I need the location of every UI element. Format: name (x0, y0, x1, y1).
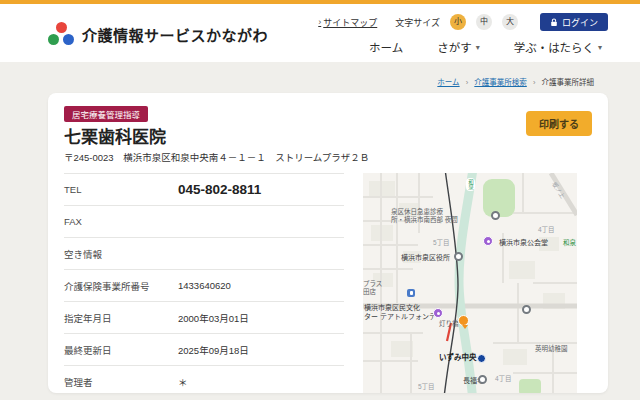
breadcrumb-current: 介護事業所詳細 (542, 78, 595, 87)
river-name-label: 和泉 (466, 178, 475, 191)
nav-learn[interactable]: 学ぶ・はたらく▾ (514, 39, 602, 55)
chevron-down-icon: ▾ (476, 43, 480, 52)
font-size-large-button[interactable]: 大 (502, 14, 518, 30)
print-button[interactable]: 印刷する (526, 111, 592, 136)
orange-pin-icon[interactable] (458, 315, 469, 326)
landmark-poi-icon[interactable] (522, 305, 531, 314)
map-label-izumi-green: 和泉 (563, 239, 576, 247)
map-label-public-hall: 横浜市泉公会堂 (499, 239, 548, 248)
font-size-small-button[interactable]: 小 (450, 14, 466, 30)
train-station-icon[interactable] (407, 289, 415, 297)
map-label-clinic: 泉区休日急患診療所・横浜市南西部 夜間 (391, 208, 458, 224)
nav-home[interactable]: ホーム (369, 39, 403, 55)
map-label-kindergarten: 英明幼稚園 (535, 345, 568, 353)
site-logo[interactable]: 介護情報サービスかながわ (48, 6, 268, 62)
breadcrumb-search[interactable]: 介護事業所検索 (474, 78, 527, 87)
map-label-culture-center: 横浜市泉区民文化ター テアトルフォンテ (364, 304, 436, 322)
logo-icon (48, 21, 74, 47)
ward-office-poi-icon[interactable] (454, 252, 463, 261)
breadcrumb-home[interactable]: ホーム (437, 78, 459, 87)
site-title: 介護情報サービスかながわ (82, 24, 268, 45)
facility-name: 七栗歯科医院 (64, 123, 166, 148)
culture-center-poi-icon[interactable] (433, 308, 443, 318)
main-content: ホーム › 介護事業所検索 › 介護事業所詳細 居宅療養管理指導 印刷する 七栗… (0, 76, 640, 393)
map-label-district4-top: 4丁目 (538, 226, 555, 234)
map-label-store: プラス田店 (363, 280, 382, 296)
map-label-bridge: 灯り橋 (439, 320, 459, 328)
table-row-fax: FAX (64, 205, 344, 237)
facility-address: 〒245-0023 横浜市泉区和泉中央南４－１－１ ストリームプラザ２Ｂ (64, 150, 369, 164)
table-row-availability: 空き情報 (64, 237, 344, 269)
breadcrumb-separator: › (466, 78, 469, 87)
map-label-ward-office: 横浜市泉区役所 (401, 254, 450, 263)
table-row-designated-date: 指定年月日 2000年03月01日 (64, 301, 344, 333)
sitemap-label: サイトマップ (323, 16, 377, 29)
map-label-station: いずみ中央 (439, 353, 477, 362)
main-nav: ホーム さがす▾ 学ぶ・はたらく▾ (369, 39, 602, 55)
facility-detail-card: 居宅療養管理指導 印刷する 七栗歯科医院 〒245-0023 横浜市泉区和泉中央… (48, 93, 608, 393)
table-row-office-number: 介護保険事業所番号 1433640620 (64, 269, 344, 301)
table-row-tel: TEL 045-802-8811 (64, 173, 344, 205)
site-header: 介護情報サービスかながわ ›サイトマップ 文字サイズ 小 中 大 ログイン ホー… (0, 4, 640, 62)
map-label-district4-bottom: 4丁目 (495, 375, 512, 383)
nav-search[interactable]: さがす▾ (437, 39, 480, 55)
hospital-poi-icon[interactable] (491, 211, 500, 220)
breadcrumb: ホーム › 介護事業所検索 › 介護事業所詳細 (48, 76, 608, 87)
font-size-medium-button[interactable]: 中 (476, 14, 492, 30)
chevron-down-icon: ▾ (598, 43, 602, 52)
table-row-manager: 管理者 ＊ (64, 365, 344, 393)
sitemap-link[interactable]: ›サイトマップ (318, 16, 377, 29)
facility-info-table: TEL 045-802-8811 FAX 空き情報 介護保険事業所番号 1433… (64, 173, 344, 393)
font-size-label: 文字サイズ (395, 16, 440, 29)
lock-icon (550, 18, 558, 27)
facility-map[interactable]: 和泉 泉区休日急患診療所・横浜市南西部 夜間 5丁目 4丁目 横浜市泉公会堂 和… (363, 173, 577, 393)
login-label: ログイン (562, 16, 598, 29)
temple-poi-icon[interactable] (478, 375, 487, 384)
breadcrumb-separator: › (533, 78, 536, 87)
map-label-district5-bottom: 5丁目 (418, 383, 435, 391)
izumi-chuo-station-icon[interactable] (477, 354, 486, 363)
chevron-right-icon: › (318, 17, 321, 27)
public-hall-poi-icon[interactable] (483, 236, 493, 246)
table-row-last-updated: 最終更新日 2025年09月18日 (64, 333, 344, 365)
service-type-badge: 居宅療養管理指導 (64, 106, 148, 122)
map-label-district5-top: 5丁目 (433, 239, 450, 247)
login-button[interactable]: ログイン (540, 13, 608, 31)
